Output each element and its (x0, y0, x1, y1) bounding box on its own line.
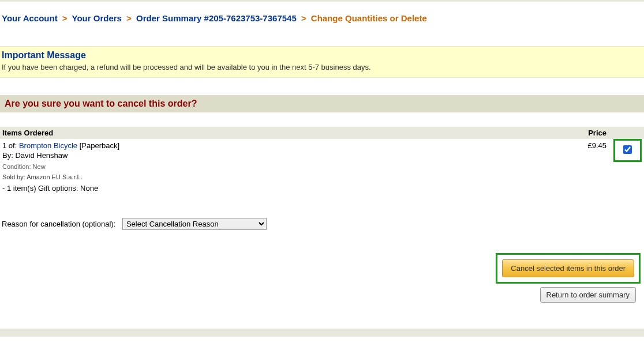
item-price: £9.45 (504, 139, 611, 195)
item-format: [Paperback] (77, 141, 119, 150)
item-gift-options: - 1 item(s) Gift options: None (2, 184, 502, 193)
items-table-header: Items Ordered Price (0, 127, 644, 139)
cancel-selected-button[interactable]: Cancel selected items in this order (502, 259, 634, 277)
select-item-checkbox[interactable] (623, 145, 632, 154)
breadcrumb-current: Change Quantities or Delete (311, 13, 427, 23)
top-divider (0, 0, 644, 2)
cancellation-reason-label: Reason for cancellation (optional): (2, 220, 115, 228)
checkbox-highlight (613, 139, 642, 162)
cancel-button-highlight: Cancel selected items in this order (496, 253, 641, 284)
breadcrumb: Your Account > Your Orders > Order Summa… (0, 5, 644, 46)
confirm-cancel-heading: Are you sure you want to cancel this ord… (0, 95, 644, 112)
items-header-checkbox (611, 127, 644, 139)
breadcrumb-order-summary[interactable]: Order Summary #205-7623753-7367545 (136, 13, 297, 23)
breadcrumb-your-account[interactable]: Your Account (2, 13, 58, 23)
return-button-wrap: Return to order summary (0, 287, 644, 303)
important-message-title: Important Message (2, 50, 642, 61)
bottom-divider (0, 329, 644, 337)
breadcrumb-sep: > (60, 13, 70, 23)
buttons-row: Cancel selected items in this order (0, 253, 644, 284)
item-title-line: 1 of: Brompton Bicycle [Paperback] (2, 141, 502, 150)
item-title-link[interactable]: Brompton Bicycle (19, 141, 77, 150)
item-qty-prefix: 1 of: (2, 141, 19, 150)
return-to-summary-button[interactable]: Return to order summary (540, 287, 636, 303)
items-header-ordered: Items Ordered (0, 127, 504, 139)
item-condition: Condition: New (2, 163, 502, 170)
item-author: By: David Henshaw (2, 151, 502, 160)
items-table: Items Ordered Price 1 of: Brompton Bicyc… (0, 127, 644, 195)
important-message-text: If you have been charged, a refund will … (2, 63, 642, 71)
cancellation-reason-select[interactable]: Select Cancellation Reason (122, 218, 267, 230)
breadcrumb-your-orders[interactable]: Your Orders (72, 13, 122, 23)
item-seller: Sold by: Amazon EU S.a.r.L. (2, 174, 502, 180)
breadcrumb-sep: > (124, 13, 134, 23)
cancellation-reason-row: Reason for cancellation (optional): Sele… (0, 218, 644, 230)
table-row: 1 of: Brompton Bicycle [Paperback] By: D… (0, 139, 644, 195)
important-message-box: Important Message If you have been charg… (0, 46, 644, 78)
breadcrumb-sep: > (299, 13, 309, 23)
items-header-price: Price (504, 127, 611, 139)
